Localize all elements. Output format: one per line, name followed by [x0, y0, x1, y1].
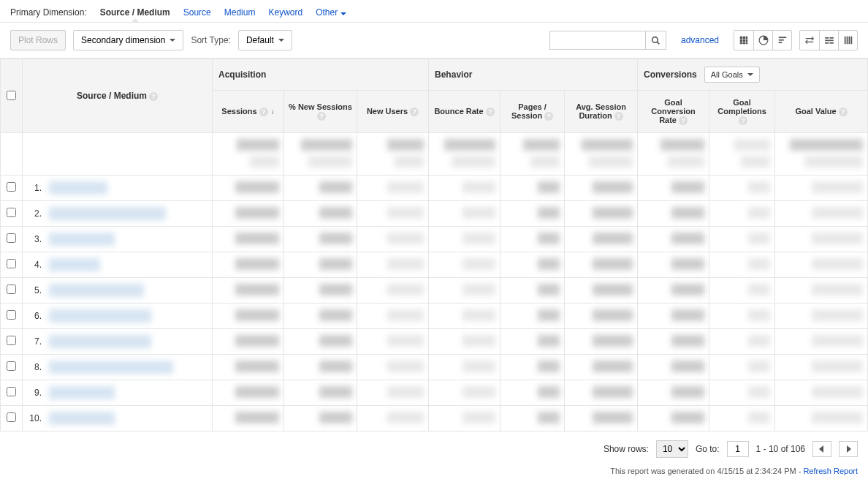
redacted-value: [671, 181, 704, 193]
row-checkbox-cell: [1, 355, 23, 380]
row-dimension-cell[interactable]: 6.: [23, 304, 213, 329]
table-row: 4.: [1, 252, 868, 278]
table-row: 8.: [1, 355, 868, 380]
row-dimension-cell[interactable]: 9.: [23, 380, 213, 406]
redacted-value: [462, 309, 495, 321]
chevron-down-icon: [170, 39, 175, 42]
dimension-link-other[interactable]: Other: [316, 7, 346, 18]
redacted-value: [748, 386, 770, 398]
row-checkbox[interactable]: [7, 310, 16, 320]
help-icon[interactable]: ?: [739, 116, 747, 125]
row-checkbox[interactable]: [7, 284, 16, 294]
help-icon[interactable]: ?: [614, 112, 623, 121]
col-conv-rate[interactable]: Goal Conversion Rate?: [638, 91, 709, 133]
row-dimension-cell[interactable]: 7.: [23, 329, 213, 355]
col-duration[interactable]: Avg. Session Duration?: [565, 91, 638, 133]
col-sessions[interactable]: Sessions?↓: [213, 91, 284, 133]
view-term-cloud-button[interactable]: [819, 31, 838, 50]
help-icon[interactable]: ?: [317, 112, 326, 121]
chevron-left-icon: [819, 445, 825, 453]
redacted-value: [319, 233, 352, 244]
redacted-value: [671, 386, 704, 398]
row-checkbox[interactable]: [7, 387, 16, 396]
view-bar-button[interactable]: [772, 31, 791, 50]
col-value[interactable]: Goal Value?: [775, 91, 868, 133]
dimension-active-source-medium[interactable]: Source / Medium: [100, 7, 170, 18]
next-page-button[interactable]: [839, 441, 858, 457]
row-checkbox[interactable]: [7, 336, 16, 345]
help-icon[interactable]: ?: [259, 108, 268, 116]
goal-select[interactable]: All Goals: [704, 67, 760, 83]
row-dimension-cell[interactable]: 4.: [23, 252, 213, 278]
col-bounce[interactable]: Bounce Rate?: [429, 91, 500, 133]
help-icon[interactable]: ?: [486, 108, 495, 116]
redacted-value: [319, 284, 352, 295]
header-dimension[interactable]: Source / Medium?: [23, 59, 213, 133]
help-icon[interactable]: ?: [679, 116, 688, 125]
view-pivot-button[interactable]: [838, 31, 857, 50]
report-table: Source / Medium? Acquisition Behavior Co…: [0, 59, 868, 431]
row-number: 4.: [28, 260, 42, 270]
chevron-down-icon: [340, 12, 346, 15]
row-dimension-cell[interactable]: 8.: [23, 355, 213, 380]
view-compare-button[interactable]: [800, 31, 819, 50]
svg-rect-8: [740, 42, 743, 44]
row-dimension-cell[interactable]: 5.: [23, 278, 213, 304]
row-checkbox[interactable]: [7, 259, 16, 268]
header-checkbox[interactable]: [1, 59, 23, 133]
sort-type-select[interactable]: Default: [238, 30, 292, 50]
help-icon[interactable]: ?: [544, 112, 553, 121]
row-checkbox[interactable]: [7, 208, 16, 217]
redacted-value: [49, 386, 115, 399]
row-dimension-cell[interactable]: 2.: [23, 201, 213, 227]
row-dimension-cell[interactable]: 10.: [23, 406, 213, 431]
dimension-link-medium[interactable]: Medium: [224, 7, 256, 18]
table-row: 10.: [1, 406, 868, 431]
search-button[interactable]: [645, 31, 666, 49]
svg-rect-7: [746, 39, 747, 42]
view-table-button[interactable]: [734, 31, 753, 50]
redacted-value: [748, 284, 770, 295]
dimension-link-source[interactable]: Source: [183, 7, 211, 18]
dimension-link-keyword[interactable]: Keyword: [268, 7, 302, 18]
help-icon[interactable]: ?: [839, 108, 848, 116]
col-new-sessions[interactable]: % New Sessions?: [284, 91, 357, 133]
show-rows-select[interactable]: 10: [656, 440, 688, 458]
view-pie-button[interactable]: [753, 31, 772, 50]
redacted-value: [319, 361, 352, 372]
row-checkbox[interactable]: [7, 182, 16, 192]
prev-page-button[interactable]: [812, 441, 831, 457]
search-input[interactable]: [550, 31, 645, 49]
redacted-value: [319, 412, 352, 423]
row-dimension-cell[interactable]: 1.: [23, 176, 213, 201]
row-checkbox[interactable]: [7, 412, 16, 422]
row-checkbox[interactable]: [7, 361, 16, 371]
col-completions[interactable]: Goal Completions?: [709, 91, 775, 133]
svg-rect-18: [825, 39, 834, 41]
row-checkbox[interactable]: [7, 233, 16, 243]
col-pages[interactable]: Pages / Session?: [500, 91, 565, 133]
secondary-dimension-select[interactable]: Secondary dimension: [73, 30, 183, 50]
redacted-value: [593, 361, 633, 372]
redacted-value: [593, 386, 633, 398]
goto-input[interactable]: [727, 441, 749, 457]
table-row: 1.: [1, 176, 868, 201]
help-icon[interactable]: ?: [149, 92, 158, 101]
redacted-value: [538, 181, 560, 193]
redacted-value: [538, 361, 560, 372]
advanced-link[interactable]: advanced: [681, 35, 719, 45]
table-row: 2.: [1, 201, 868, 227]
redacted-value: [748, 258, 770, 270]
redacted-value: [748, 412, 770, 423]
pivot-icon: [843, 35, 853, 45]
redacted-value: [387, 309, 424, 321]
col-new-users[interactable]: New Users?: [357, 91, 429, 133]
row-number: 8.: [28, 362, 42, 372]
redacted-value: [319, 258, 352, 270]
help-icon[interactable]: ?: [410, 108, 419, 116]
svg-rect-4: [746, 37, 747, 39]
row-dimension-cell[interactable]: 3.: [23, 227, 213, 252]
svg-rect-9: [743, 42, 746, 44]
refresh-report-link[interactable]: Refresh Report: [803, 467, 858, 475]
select-all-checkbox[interactable]: [7, 91, 16, 100]
